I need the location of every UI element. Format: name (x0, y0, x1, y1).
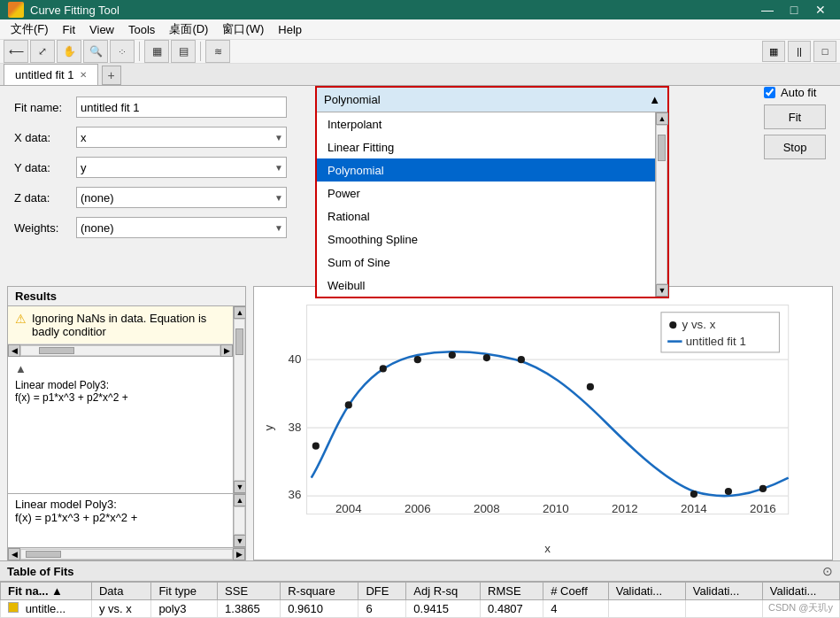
results-body: ⚠ Ignoring NaNs in data. Equation is bad… (8, 306, 245, 493)
toolbar-zoom-in-button[interactable]: 🔍 (83, 40, 108, 63)
results-scroll-up[interactable]: ▲ (15, 362, 27, 375)
results2-vscrollbar[interactable]: ▲ ▼ (233, 494, 245, 547)
col-fit-name[interactable]: Fit na... ▲ (1, 583, 92, 600)
autofit-label: Auto fit (781, 86, 816, 99)
toolbar-layout2-button[interactable]: || (788, 41, 811, 62)
fit-button[interactable]: Fit (764, 104, 826, 129)
z-data-row: Z data: (none) ▼ (14, 187, 287, 208)
dropdown-item-smoothing-spline[interactable]: Smoothing Spline (317, 228, 655, 251)
toolbar-panel-button[interactable]: ▤ (171, 40, 196, 63)
table-collapse-button[interactable]: ⊙ (822, 564, 833, 578)
fit-name-label: Fit name: (14, 101, 76, 114)
data-point (345, 401, 352, 408)
cell-n-coeff: 4 (543, 600, 609, 618)
results2-hscroll-left[interactable]: ◀ (8, 548, 20, 560)
app-window: Curve Fitting Tool — □ ✕ 文件(F) Fit View … (0, 0, 840, 618)
menu-window[interactable]: 窗口(W) (215, 19, 271, 39)
main-content: Fit name: X data: x ▼ Y data: y (0, 86, 840, 286)
results-content: ▲ Linear model Poly3: f(x) = p1*x^3 + p2… (8, 357, 233, 493)
results-vscroll-track[interactable] (234, 319, 245, 481)
menu-desktop[interactable]: 桌面(D) (162, 19, 215, 39)
results-hscroll-track[interactable] (20, 345, 220, 356)
results-vscroll-up[interactable]: ▲ (234, 306, 245, 319)
toolbar-scatter-button[interactable]: ·:· (110, 40, 135, 63)
results-hscroll-right[interactable]: ▶ (220, 344, 233, 357)
maximize-button[interactable]: □ (782, 0, 806, 19)
menu-bar: 文件(F) Fit View Tools 桌面(D) 窗口(W) Help (0, 19, 840, 40)
autofit-checkbox[interactable] (764, 87, 775, 98)
results-vscrollbar[interactable]: ▲ ▼ (233, 306, 245, 493)
weights-select-wrapper: (none) ▼ (76, 217, 287, 238)
minimize-button[interactable]: — (755, 0, 780, 19)
z-data-select[interactable]: (none) (76, 187, 287, 208)
fits-table: Fit na... ▲ Data Fit type SSE R-square D… (0, 582, 840, 618)
toolbar-back-button[interactable]: ⟵ (4, 40, 28, 63)
col-validation1[interactable]: Validati... (608, 583, 685, 600)
dropdown-item-weibull[interactable]: Weibull (317, 274, 655, 297)
y-data-select[interactable]: y (76, 157, 287, 178)
scrollbar-thumb[interactable] (658, 135, 666, 161)
dropdown-item-linear-fitting[interactable]: Linear Fitting (317, 135, 655, 158)
col-n-coeff[interactable]: # Coeff (543, 583, 609, 600)
col-dfe[interactable]: DFE (358, 583, 406, 600)
results2-hscroll-right[interactable]: ▶ (233, 548, 245, 560)
col-sse[interactable]: SSE (218, 583, 281, 600)
add-tab-button[interactable]: + (102, 66, 121, 85)
menu-help[interactable]: Help (271, 21, 309, 38)
table-row[interactable]: untitle... y vs. x poly3 1.3865 0.9610 6… (1, 600, 840, 618)
col-adj-r-sq[interactable]: Adj R-sq (406, 583, 481, 600)
col-fit-type[interactable]: Fit type (151, 583, 218, 600)
col-data[interactable]: Data (91, 583, 150, 600)
toolbar-zoom-button[interactable]: ⤢ (30, 40, 55, 63)
y-data-select-wrapper: y ▼ (76, 157, 287, 178)
toolbar-pan-button[interactable]: ✋ (57, 40, 81, 63)
results2-hscrollbar[interactable]: ◀ ▶ (8, 547, 245, 560)
x-data-select-wrapper: x ▼ (76, 127, 287, 148)
weights-select[interactable]: (none) (76, 217, 287, 238)
col-validation2[interactable]: Validati... (685, 583, 762, 600)
fit-name-input[interactable] (76, 97, 287, 118)
menu-fit[interactable]: Fit (56, 21, 82, 38)
menu-view[interactable]: View (82, 21, 121, 38)
results-vscroll-thumb[interactable] (235, 328, 243, 355)
toolbar-layout1-button[interactable]: ▦ (762, 41, 785, 62)
results-hscroll-thumb[interactable] (39, 347, 74, 354)
scrollbar-track[interactable] (656, 125, 667, 284)
dropdown-item-interpolant[interactable]: Interpolant (317, 112, 655, 135)
fit-type-header[interactable]: Polynomial ▲ (317, 88, 667, 112)
dropdown-item-polynomial[interactable]: Polynomial (317, 158, 655, 182)
toolbar: ⟵ ⤢ ✋ 🔍 ·:· ▦ ▤ ≋ ▦ || □ (0, 40, 840, 64)
dropdown-item-rational[interactable]: Rational (317, 205, 655, 228)
toolbar-grid-button[interactable]: ▦ (144, 40, 169, 63)
tab-close-button[interactable]: ✕ (80, 70, 87, 80)
menu-file[interactable]: 文件(F) (4, 19, 56, 39)
dropdown-item-power[interactable]: Power (317, 182, 655, 205)
col-r-square[interactable]: R-square (281, 583, 358, 600)
fit-type-scrollbar[interactable]: ▲ ▼ (655, 112, 667, 297)
col-validation3[interactable]: Validati... (762, 583, 839, 600)
scrollbar-up-arrow[interactable]: ▲ (656, 112, 668, 125)
toolbar-script-button[interactable]: ≋ (205, 40, 230, 63)
toolbar-layout3-button[interactable]: □ (813, 41, 836, 62)
col-rmse[interactable]: RMSE (481, 583, 543, 600)
dropdown-item-sum-of-sine[interactable]: Sum of Sine (317, 251, 655, 274)
scrollbar-down-arrow[interactable]: ▼ (656, 284, 668, 297)
stop-button[interactable]: Stop (764, 135, 826, 159)
results-model-text: Linear model Poly3: f(x) = p1*x^3 + p2*x… (15, 379, 226, 404)
results-hscrollbar[interactable]: ◀ ▶ (8, 344, 233, 357)
z-data-select-wrapper: (none) ▼ (76, 187, 287, 208)
results-hscroll-left[interactable]: ◀ (8, 344, 20, 357)
results2-vscroll-up[interactable]: ▲ (234, 494, 245, 506)
results2-vscroll-down[interactable]: ▼ (234, 535, 245, 547)
svg-text:2004: 2004 (335, 502, 362, 515)
close-button[interactable]: ✕ (808, 0, 833, 19)
results2-hscroll-track[interactable] (20, 549, 233, 560)
results-vscroll-down[interactable]: ▼ (234, 481, 245, 493)
warning-icon: ⚠ (15, 312, 27, 338)
results2-hscroll-thumb[interactable] (26, 551, 61, 558)
tab-untitled-fit-1[interactable]: untitled fit 1 ✕ (4, 64, 98, 85)
x-data-select[interactable]: x (76, 127, 287, 148)
svg-text:2014: 2014 (681, 502, 707, 515)
results2-vscroll-track[interactable] (234, 506, 245, 535)
menu-tools[interactable]: Tools (121, 21, 162, 38)
